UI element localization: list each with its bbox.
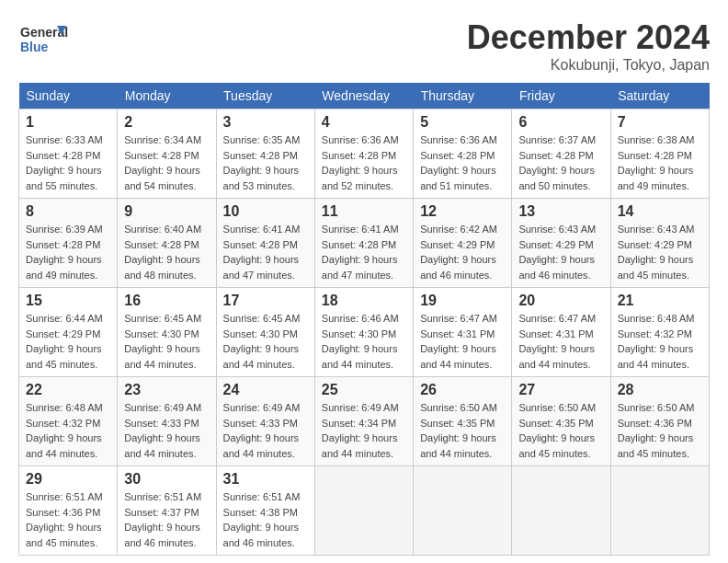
day-info: Sunrise: 6:51 AMSunset: 4:37 PMDaylight:…	[124, 491, 201, 548]
day-info: Sunrise: 6:48 AMSunset: 4:32 PMDaylight:…	[26, 402, 103, 459]
calendar-cell: 15 Sunrise: 6:44 AMSunset: 4:29 PMDaylig…	[19, 288, 118, 377]
logo-icon: General Blue	[18, 18, 64, 55]
day-info: Sunrise: 6:35 AMSunset: 4:28 PMDaylight:…	[223, 134, 301, 191]
day-info: Sunrise: 6:43 AMSunset: 4:29 PMDaylight:…	[518, 224, 596, 281]
calendar-cell: 29 Sunrise: 6:51 AMSunset: 4:36 PMDaylig…	[19, 466, 118, 556]
day-number: 23	[124, 382, 209, 398]
calendar-cell: 8 Sunrise: 6:39 AMSunset: 4:28 PMDayligh…	[19, 199, 118, 288]
day-info: Sunrise: 6:50 AMSunset: 4:36 PMDaylight:…	[618, 402, 695, 459]
day-number: 1	[26, 114, 110, 131]
month-title: December 2024	[467, 18, 710, 57]
day-info: Sunrise: 6:43 AMSunset: 4:29 PMDaylight:…	[618, 224, 695, 281]
calendar-cell: 2 Sunrise: 6:34 AMSunset: 4:28 PMDayligh…	[118, 109, 216, 199]
day-info: Sunrise: 6:41 AMSunset: 4:28 PMDaylight:…	[322, 224, 399, 281]
day-info: Sunrise: 6:47 AMSunset: 4:31 PMDaylight:…	[420, 313, 497, 370]
day-info: Sunrise: 6:50 AMSunset: 4:35 PMDaylight:…	[518, 402, 596, 459]
day-number: 7	[618, 114, 702, 131]
calendar-cell	[610, 466, 709, 556]
day-info: Sunrise: 6:46 AMSunset: 4:30 PMDaylight:…	[322, 313, 399, 370]
location: Kokubunji, Tokyo, Japan	[467, 57, 710, 74]
calendar-cell: 22 Sunrise: 6:48 AMSunset: 4:32 PMDaylig…	[19, 377, 118, 466]
day-number: 4	[322, 114, 406, 131]
calendar-cell: 16 Sunrise: 6:45 AMSunset: 4:30 PMDaylig…	[118, 288, 216, 377]
day-info: Sunrise: 6:39 AMSunset: 4:28 PMDaylight:…	[26, 224, 103, 281]
calendar-table: SundayMondayTuesdayWednesdayThursdayFrid…	[18, 83, 710, 556]
logo: General Blue	[18, 18, 68, 55]
week-row-2: 8 Sunrise: 6:39 AMSunset: 4:28 PMDayligh…	[19, 199, 710, 288]
calendar-cell: 19 Sunrise: 6:47 AMSunset: 4:31 PMDaylig…	[414, 288, 512, 377]
day-number: 17	[223, 293, 308, 309]
day-info: Sunrise: 6:49 AMSunset: 4:33 PMDaylight:…	[124, 402, 201, 459]
day-number: 15	[26, 293, 110, 309]
col-header-monday: Monday	[118, 83, 216, 109]
day-number: 27	[518, 382, 603, 398]
calendar-cell: 28 Sunrise: 6:50 AMSunset: 4:36 PMDaylig…	[610, 377, 709, 466]
calendar-cell	[414, 466, 512, 556]
calendar-cell: 20 Sunrise: 6:47 AMSunset: 4:31 PMDaylig…	[512, 288, 610, 377]
day-number: 16	[124, 293, 209, 309]
day-info: Sunrise: 6:51 AMSunset: 4:36 PMDaylight:…	[26, 491, 103, 548]
day-number: 20	[518, 293, 603, 309]
day-number: 2	[124, 114, 209, 131]
calendar-cell: 10 Sunrise: 6:41 AMSunset: 4:28 PMDaylig…	[216, 199, 314, 288]
col-header-wednesday: Wednesday	[314, 83, 413, 109]
svg-text:Blue: Blue	[20, 40, 49, 54]
col-header-thursday: Thursday	[414, 83, 512, 109]
calendar-cell: 18 Sunrise: 6:46 AMSunset: 4:30 PMDaylig…	[314, 288, 413, 377]
day-info: Sunrise: 6:33 AMSunset: 4:28 PMDaylight:…	[26, 134, 103, 191]
day-info: Sunrise: 6:38 AMSunset: 4:28 PMDaylight:…	[618, 134, 695, 191]
day-info: Sunrise: 6:45 AMSunset: 4:30 PMDaylight:…	[124, 313, 201, 370]
day-number: 18	[322, 293, 406, 309]
calendar-cell: 5 Sunrise: 6:36 AMSunset: 4:28 PMDayligh…	[414, 109, 512, 199]
day-info: Sunrise: 6:51 AMSunset: 4:38 PMDaylight:…	[223, 491, 301, 548]
day-number: 28	[618, 382, 702, 398]
day-info: Sunrise: 6:50 AMSunset: 4:35 PMDaylight:…	[420, 402, 497, 459]
day-info: Sunrise: 6:36 AMSunset: 4:28 PMDaylight:…	[420, 134, 497, 191]
day-number: 5	[420, 114, 505, 131]
day-number: 8	[26, 203, 110, 220]
day-number: 6	[518, 114, 603, 131]
day-info: Sunrise: 6:45 AMSunset: 4:30 PMDaylight:…	[223, 313, 301, 370]
calendar-cell	[512, 466, 610, 556]
day-number: 14	[618, 203, 702, 220]
page-header: General Blue December 2024 Kokubunji, To…	[18, 18, 710, 74]
title-block: December 2024 Kokubunji, Tokyo, Japan	[467, 18, 710, 74]
calendar-cell: 1 Sunrise: 6:33 AMSunset: 4:28 PMDayligh…	[19, 109, 118, 199]
calendar-cell: 31 Sunrise: 6:51 AMSunset: 4:38 PMDaylig…	[216, 466, 314, 556]
calendar-cell: 14 Sunrise: 6:43 AMSunset: 4:29 PMDaylig…	[610, 199, 709, 288]
day-number: 21	[618, 293, 702, 309]
calendar-cell: 9 Sunrise: 6:40 AMSunset: 4:28 PMDayligh…	[118, 199, 216, 288]
day-number: 22	[26, 382, 110, 398]
day-number: 25	[322, 382, 406, 398]
calendar-cell: 12 Sunrise: 6:42 AMSunset: 4:29 PMDaylig…	[414, 199, 512, 288]
day-number: 3	[223, 114, 308, 131]
day-number: 30	[124, 471, 209, 488]
day-number: 24	[223, 382, 308, 398]
calendar-cell: 21 Sunrise: 6:48 AMSunset: 4:32 PMDaylig…	[610, 288, 709, 377]
day-number: 26	[420, 382, 505, 398]
day-info: Sunrise: 6:44 AMSunset: 4:29 PMDaylight:…	[26, 313, 103, 370]
day-info: Sunrise: 6:34 AMSunset: 4:28 PMDaylight:…	[124, 134, 201, 191]
day-info: Sunrise: 6:36 AMSunset: 4:28 PMDaylight:…	[322, 134, 399, 191]
week-row-1: 1 Sunrise: 6:33 AMSunset: 4:28 PMDayligh…	[19, 109, 710, 199]
day-number: 12	[420, 203, 505, 220]
calendar-cell: 17 Sunrise: 6:45 AMSunset: 4:30 PMDaylig…	[216, 288, 314, 377]
calendar-cell: 23 Sunrise: 6:49 AMSunset: 4:33 PMDaylig…	[118, 377, 216, 466]
calendar-cell: 6 Sunrise: 6:37 AMSunset: 4:28 PMDayligh…	[512, 109, 610, 199]
day-number: 19	[420, 293, 505, 309]
day-info: Sunrise: 6:40 AMSunset: 4:28 PMDaylight:…	[124, 224, 201, 281]
day-number: 10	[223, 203, 308, 220]
day-info: Sunrise: 6:47 AMSunset: 4:31 PMDaylight:…	[518, 313, 596, 370]
col-header-sunday: Sunday	[19, 83, 118, 109]
day-number: 9	[124, 203, 209, 220]
calendar-cell: 27 Sunrise: 6:50 AMSunset: 4:35 PMDaylig…	[512, 377, 610, 466]
calendar-cell: 25 Sunrise: 6:49 AMSunset: 4:34 PMDaylig…	[314, 377, 413, 466]
day-info: Sunrise: 6:41 AMSunset: 4:28 PMDaylight:…	[223, 224, 301, 281]
day-number: 31	[223, 471, 308, 488]
day-number: 29	[26, 471, 110, 488]
day-info: Sunrise: 6:49 AMSunset: 4:34 PMDaylight:…	[322, 402, 399, 459]
calendar-cell: 3 Sunrise: 6:35 AMSunset: 4:28 PMDayligh…	[216, 109, 314, 199]
col-header-friday: Friday	[512, 83, 610, 109]
col-header-tuesday: Tuesday	[216, 83, 314, 109]
calendar-cell: 11 Sunrise: 6:41 AMSunset: 4:28 PMDaylig…	[314, 199, 413, 288]
